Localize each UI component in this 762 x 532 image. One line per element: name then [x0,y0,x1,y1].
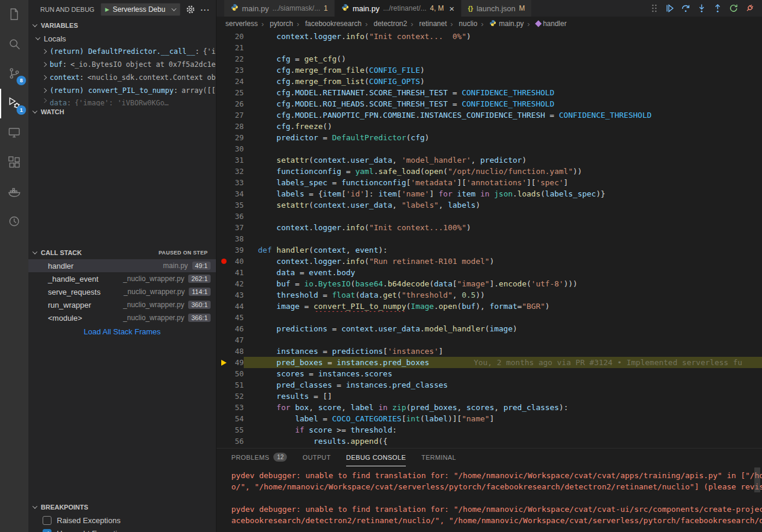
gutter[interactable]: 56 [217,436,244,447]
code-line-21[interactable]: 21 [217,42,762,53]
variable-row[interactable]: data{'image': 'iVBORw0KGo… [28,97,216,106]
gutter[interactable]: 29 [217,132,244,143]
code-line-43[interactable]: 43 threshold = float(data.get("threshold… [217,289,762,301]
code-text[interactable]: context.logger.info("Init context...100%… [244,222,762,233]
code-line-41[interactable]: 41 data = event.body [217,267,762,278]
code-line-30[interactable]: 30 [217,143,762,154]
gutter[interactable]: 35 [217,199,244,211]
code-text[interactable]: predictions = context.user_data.model_ha… [244,323,762,334]
debug-step-into-icon[interactable] [697,4,706,13]
code-text[interactable]: cfg.MODEL.PANOPTIC_FPN.COMBINE.INSTANCES… [244,109,762,121]
gutter[interactable]: 50 [217,368,244,379]
code-text[interactable]: data = event.body [244,267,762,278]
code-text[interactable]: cfg.merge_from_list(CONFIG_OPTS) [244,76,762,87]
variable-row[interactable]: context<nuclio_sdk.context.Context objec… [28,71,216,84]
gutter[interactable]: 28 [217,121,244,132]
code-text[interactable] [244,233,762,244]
code-line-50[interactable]: 50 scores = instances.scores [217,368,762,379]
code-text[interactable]: cfg.MODEL.ROI_HEADS.SCORE_THRESH_TEST = … [244,98,762,109]
current-line-arrow-icon[interactable] [219,360,228,366]
activity-run-debug[interactable]: 1 [0,89,28,118]
activity-source-control[interactable]: 8 [0,59,28,89]
breadcrumb-item[interactable]: detectron2 [361,20,407,28]
code-text[interactable] [244,143,762,154]
debug-step-over-icon[interactable] [681,4,690,13]
gutter[interactable]: 21 [217,42,244,53]
code-line-53[interactable]: 53 for box, score, label in zip(pred_box… [217,402,762,413]
code-text[interactable]: results = [] [244,391,762,402]
stack-frame[interactable]: handlermain.py49:1 [28,259,216,272]
code-line-34[interactable]: 34 labels = {item['id']: item['name'] fo… [217,188,762,199]
gutter[interactable]: 43 [217,289,244,301]
code-line-55[interactable]: 55 if score >= threshold: [217,424,762,436]
debug-step-out-icon[interactable] [713,4,722,13]
code-line-25[interactable]: 25 cfg.MODEL.RETINANET.SCORE_THRESH_TEST… [217,87,762,98]
stack-frame[interactable]: <module>_nuclio_wrapper.py366:1 [28,311,216,324]
gutter[interactable]: 30 [217,143,244,154]
close-icon[interactable]: × [449,4,454,14]
watch-header[interactable]: WATCH [28,105,216,118]
code-line-31[interactable]: 31 setattr(context.user_data, 'model_han… [217,154,762,166]
gutter[interactable]: 26 [217,98,244,109]
gutter[interactable]: 24 [217,76,244,87]
gutter[interactable]: 47 [217,334,244,346]
gutter[interactable]: 33 [217,177,244,188]
panel-tab-problems[interactable]: PROBLEMS12 [231,449,287,466]
gutter[interactable]: 54 [217,413,244,424]
debug-disconnect-icon[interactable] [745,4,754,13]
stack-frame[interactable]: _handle_event_nuclio_wrapper.py262:1 [28,272,216,285]
code-text[interactable]: predictor = DefaultPredictor(cfg) [244,132,762,143]
code-line-35[interactable]: 35 setattr(context.user_data, "labels", … [217,199,762,211]
code-text[interactable]: labels = {item['id']: item['name'] for i… [244,188,762,199]
code-text[interactable]: context.logger.info("Run retinanet-R101 … [244,256,762,267]
tab-main-py-retinanet[interactable]: main.py .../retinanet/... 4, M × [335,0,461,17]
breadcrumb-item[interactable]: retinanet [407,20,447,28]
breakpoint-raised-exceptions[interactable]: Raised Exceptions [28,514,216,527]
code-text[interactable]: functionconfig = yaml.safe_load(open("/o… [244,166,762,177]
breadcrumb-item[interactable]: nuclio [447,20,477,28]
breakpoints-header[interactable]: BREAKPOINTS [28,501,216,514]
more-actions-icon[interactable]: ··· [201,5,210,14]
activity-circle-tool[interactable] [0,207,28,237]
code-line-49[interactable]: 49 pred_boxes = instances.pred_boxesYou,… [217,357,762,368]
checkbox[interactable]: ✓ [43,529,51,532]
gear-icon[interactable] [186,5,195,14]
gutter[interactable]: 36 [217,211,244,222]
call-stack-header[interactable]: CALL STACK PAUSED ON STEP [28,246,216,259]
code-line-38[interactable]: 38 [217,233,762,244]
gutter[interactable]: 42 [217,278,244,289]
code-text[interactable] [244,211,762,222]
gutter[interactable]: 27 [217,109,244,121]
gutter[interactable]: 39 [217,244,244,256]
code-line-47[interactable]: 47 [217,334,762,346]
gutter[interactable]: 40 [217,256,244,267]
gutter[interactable]: 49 [217,357,244,368]
code-text[interactable] [244,334,762,346]
gutter[interactable]: 23 [217,65,244,76]
breakpoint-icon[interactable] [219,259,228,264]
gutter[interactable]: 31 [217,154,244,166]
code-text[interactable]: def handler(context, event): [244,244,762,256]
code-line-22[interactable]: 22 cfg = get_cfg() [217,53,762,65]
gutter[interactable]: 32 [217,166,244,177]
gutter[interactable]: 52 [217,391,244,402]
code-text[interactable]: instances = predictions['instances'] [244,346,762,357]
code-text[interactable]: context.logger.info("Init context... 0%"… [244,31,762,42]
code-line-42[interactable]: 42 buf = io.BytesIO(base64.b64decode(dat… [217,278,762,289]
code-text[interactable]: setattr(context.user_data, "labels", lab… [244,199,762,211]
code-line-48[interactable]: 48 instances = predictions['instances'] [217,346,762,357]
code-text[interactable]: scores = instances.scores [244,368,762,379]
gutter[interactable]: 45 [217,312,244,323]
gutter[interactable]: 48 [217,346,244,357]
gutter[interactable]: 46 [217,323,244,334]
code-line-44[interactable]: 44 image = convert_PIL_to_numpy(Image.op… [217,301,762,312]
code-line-54[interactable]: 54 label = COCO_CATEGORIES[int(label)]["… [217,413,762,424]
code-line-36[interactable]: 36 [217,211,762,222]
debug-continue-icon[interactable] [665,4,674,13]
gutter[interactable]: 37 [217,222,244,233]
gutter[interactable]: 20 [217,31,244,42]
code-line-27[interactable]: 27 cfg.MODEL.PANOPTIC_FPN.COMBINE.INSTAN… [217,109,762,121]
tab-launch-json[interactable]: {} launch.json M [461,0,532,17]
gutter[interactable]: 22 [217,53,244,65]
tab-main-py-siammask[interactable]: main.py .../siammask/... 1 [224,0,335,17]
